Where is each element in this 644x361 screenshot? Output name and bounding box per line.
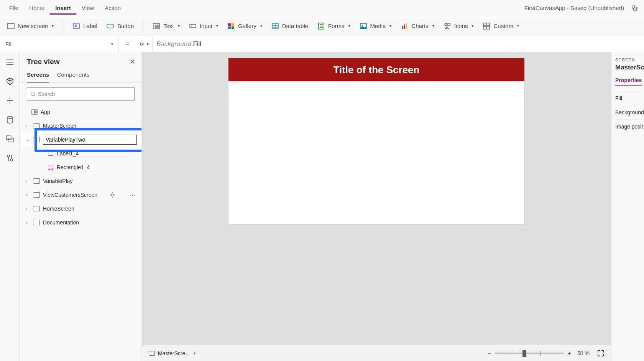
properties-panel: SCREEN MasterScre Properties Fill Backgr… — [611, 52, 644, 361]
menu-insert[interactable]: Insert — [50, 2, 76, 15]
svg-point-54 — [111, 194, 113, 196]
tree-view-icon[interactable] — [5, 77, 15, 86]
svg-point-40 — [10, 159, 13, 161]
formula-bar: Fill ▾ = fx▾ Background.Fill — [0, 36, 644, 52]
zoom-value: 50 — [577, 350, 583, 356]
svg-text:ab: ab — [155, 24, 159, 28]
tree-app-node[interactable]: App — [20, 105, 141, 119]
tree-item-masterscreen[interactable]: › MasterScreen — [20, 119, 141, 133]
menu-view[interactable]: View — [76, 2, 99, 14]
svg-rect-27 — [483, 23, 486, 26]
screen-thumb-icon — [33, 123, 40, 129]
svg-rect-6 — [190, 25, 196, 28]
tab-components[interactable]: Components — [57, 71, 89, 82]
zoom-slider[interactable] — [495, 353, 564, 354]
tree-item-rename[interactable]: ⌄ — [20, 133, 141, 147]
screen-thumb-icon — [33, 178, 40, 184]
tree-item-homescreen[interactable]: › HomeScreen — [20, 202, 141, 216]
svg-rect-23 — [404, 25, 405, 29]
svg-rect-26 — [448, 23, 450, 26]
insert-icon[interactable] — [5, 96, 15, 105]
tree-view-panel: Tree view ✕ Screens Components — [20, 52, 142, 361]
chevron-right-icon: › — [26, 124, 31, 128]
screen-canvas[interactable]: Title of the Screen — [228, 58, 524, 224]
panel-object-name: MasterScre — [615, 64, 640, 71]
svg-rect-11 — [232, 26, 234, 29]
svg-rect-29 — [483, 26, 486, 29]
zoom-in-button[interactable]: + — [568, 350, 571, 356]
gallery-dropdown[interactable]: Gallery▾ — [227, 22, 262, 30]
fullscreen-icon[interactable] — [597, 350, 604, 357]
prop-row-fill[interactable]: Fill — [615, 91, 640, 105]
label-button[interactable]: Label — [72, 22, 97, 30]
chevron-down-icon: ▾ — [52, 24, 54, 28]
tree-item-documentation[interactable]: › Documentation — [20, 216, 141, 229]
search-input[interactable] — [27, 87, 135, 101]
prop-row-image-position[interactable]: Image posit — [615, 119, 640, 134]
fx-button[interactable]: fx▾ — [136, 36, 153, 52]
svg-point-21 — [361, 25, 363, 26]
tree-item-viewcustomers[interactable]: › ViewCustomersScreen ⋯ — [20, 188, 141, 202]
tab-properties[interactable]: Properties — [615, 77, 642, 86]
canvas-footer: MasterScre... ▾ − + 50 % — [142, 345, 611, 361]
chevron-down-icon: ⌄ — [26, 137, 31, 142]
svg-point-53 — [52, 168, 53, 169]
menu-home[interactable]: Home — [24, 2, 50, 14]
gallery-icon — [227, 22, 235, 30]
forms-dropdown[interactable]: Forms▾ — [317, 22, 350, 30]
input-dropdown[interactable]: Input▾ — [189, 22, 218, 30]
formula-input[interactable]: Background.Fill — [153, 40, 201, 48]
icons-icon — [444, 22, 451, 30]
label-icon — [48, 151, 54, 156]
search-icon — [30, 91, 36, 97]
media-dropdown[interactable]: Media▾ — [360, 22, 392, 30]
tab-screens[interactable]: Screens — [27, 71, 49, 82]
svg-rect-3 — [107, 24, 114, 28]
advanced-tools-icon[interactable] — [5, 153, 15, 163]
text-dropdown[interactable]: ab Text▾ — [153, 22, 180, 30]
data-icon[interactable] — [5, 115, 15, 124]
chevron-down-icon: ▾ — [194, 351, 196, 355]
charts-dropdown[interactable]: Charts▾ — [401, 22, 434, 30]
chevron-right-icon: › — [26, 179, 31, 183]
footer-screen-selector[interactable]: MasterScre... ▾ — [149, 350, 196, 356]
svg-rect-48 — [48, 152, 53, 156]
app-checker-icon[interactable] — [628, 4, 640, 12]
close-icon[interactable]: ✕ — [130, 58, 135, 66]
svg-rect-22 — [402, 26, 403, 29]
more-icon[interactable]: ⋯ — [129, 191, 136, 199]
text-icon: ab — [153, 22, 160, 30]
screen-thumb-icon — [33, 206, 40, 211]
media-rail-icon[interactable] — [5, 134, 15, 143]
input-icon — [189, 22, 197, 30]
property-selector[interactable]: Fill ▾ — [0, 36, 119, 52]
hamburger-icon[interactable] — [5, 58, 15, 67]
button-button[interactable]: Button — [107, 22, 134, 30]
forms-icon — [317, 22, 325, 30]
menu-bar: File Home Insert View Action FirstCanvas… — [0, 0, 644, 16]
screen-thumb-icon — [33, 137, 40, 142]
svg-rect-24 — [406, 23, 407, 29]
custom-dropdown[interactable]: Custom▾ — [483, 22, 519, 30]
title-banner[interactable]: Title of the Screen — [228, 58, 524, 81]
svg-rect-47 — [35, 112, 37, 114]
screen-icon — [7, 22, 15, 30]
tree-item-rectangle1-4[interactable]: Rectangle1_4 — [20, 160, 141, 174]
svg-point-36 — [7, 116, 13, 119]
chevron-down-icon: ▾ — [111, 42, 113, 46]
svg-rect-8 — [228, 23, 231, 26]
tree-item-variableplay[interactable]: › VariablePlay — [20, 174, 141, 188]
prop-row-background[interactable]: Background — [615, 105, 640, 119]
svg-rect-1 — [7, 23, 14, 29]
tree-item-label1-4[interactable]: Label1_4 — [20, 147, 141, 160]
svg-point-43 — [31, 92, 34, 96]
rename-input[interactable] — [43, 135, 137, 145]
menu-file[interactable]: File — [4, 2, 24, 14]
menu-action[interactable]: Action — [99, 2, 126, 14]
zoom-out-button[interactable]: − — [488, 350, 491, 356]
new-screen-button[interactable]: New screen▾ — [7, 22, 54, 30]
screen-thumb-icon — [33, 220, 40, 225]
cursor-icon — [110, 191, 115, 198]
icons-dropdown[interactable]: Icons▾ — [444, 22, 474, 30]
data-table-button[interactable]: Data table — [271, 22, 308, 30]
